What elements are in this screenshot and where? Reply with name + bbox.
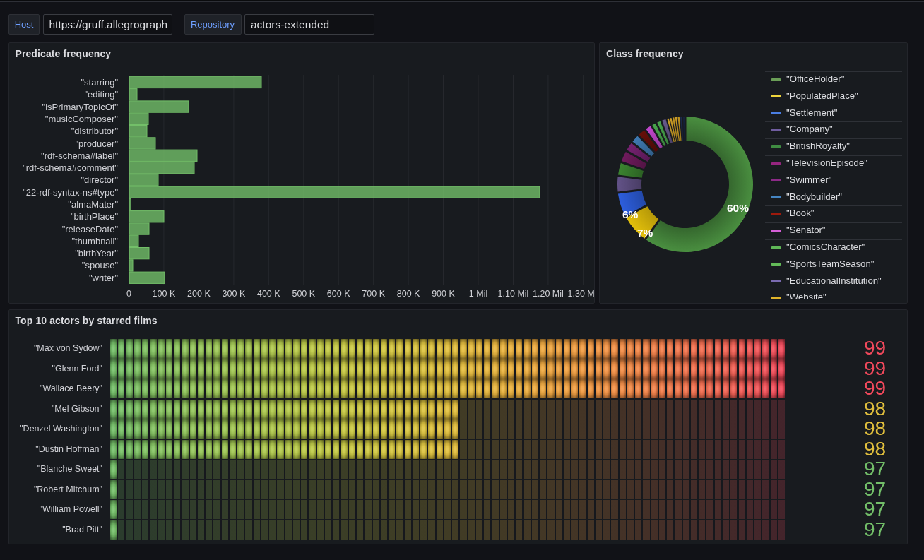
svg-text:"22-rdf-syntax-ns#type": "22-rdf-syntax-ns#type"	[23, 187, 118, 198]
svg-text:"thumbnail": "thumbnail"	[71, 236, 118, 246]
svg-text:1.10 Mil: 1.10 Mil	[497, 289, 528, 299]
svg-text:100 K: 100 K	[152, 289, 175, 299]
svg-text:"distributor": "distributor"	[71, 126, 118, 136]
svg-text:"starring": "starring"	[81, 77, 118, 88]
svg-text:1.30 Mil: 1.30 Mil	[567, 289, 595, 299]
svg-text:200 K: 200 K	[187, 289, 211, 299]
svg-text:"rdf-schema#comment": "rdf-schema#comment"	[23, 162, 118, 173]
svg-text:1.20 Mil: 1.20 Mil	[533, 289, 564, 299]
svg-text:"editing": "editing"	[84, 89, 118, 100]
svg-text:800 K: 800 K	[396, 289, 420, 299]
svg-text:"musicComposer": "musicComposer"	[45, 114, 118, 124]
svg-text:0: 0	[126, 289, 131, 299]
svg-text:500 K: 500 K	[292, 289, 315, 299]
svg-text:"birthPlace": "birthPlace"	[70, 211, 117, 222]
svg-text:700 K: 700 K	[362, 289, 385, 299]
svg-text:"almaMater": "almaMater"	[68, 199, 118, 210]
svg-text:"birthYear": "birthYear"	[75, 248, 118, 258]
svg-text:600 K: 600 K	[326, 289, 350, 299]
svg-text:"writer": "writer"	[88, 273, 117, 283]
svg-text:"producer": "producer"	[75, 138, 118, 149]
svg-text:900 K: 900 K	[432, 289, 455, 299]
svg-text:"releaseDate": "releaseDate"	[61, 224, 118, 234]
svg-text:400 K: 400 K	[256, 289, 280, 299]
svg-text:"spouse": "spouse"	[81, 260, 118, 270]
svg-text:300 K: 300 K	[222, 289, 245, 299]
svg-text:"isPrimaryTopicOf": "isPrimaryTopicOf"	[42, 102, 118, 112]
svg-text:1 Mil: 1 Mil	[468, 289, 487, 299]
svg-text:"rdf-schema#label": "rdf-schema#label"	[41, 150, 118, 161]
svg-text:"director": "director"	[81, 174, 118, 185]
